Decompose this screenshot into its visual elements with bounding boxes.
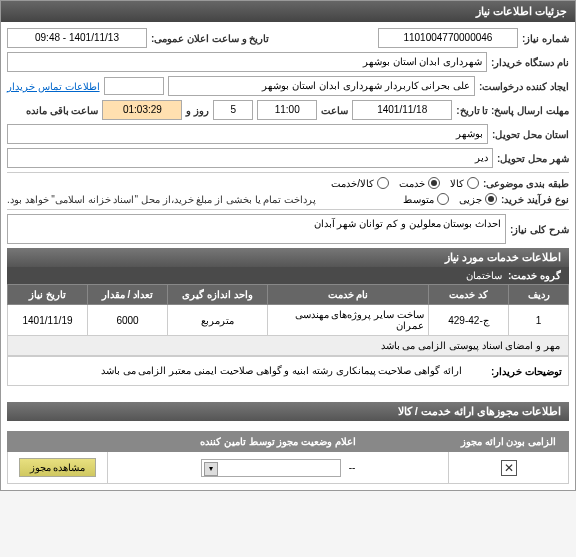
payment-note: پرداخت تمام یا بخشی از مبلغ خرید،از محل … [7, 194, 316, 205]
panel-header: جزئیات اطلاعات نیاز [1, 1, 575, 22]
th-mandatory: الزامی بودن ارائه مجوز [449, 432, 569, 452]
services-table: ردیف کد خدمت نام خدمت واحد اندازه گیری ت… [7, 284, 569, 356]
need-number-label: شماره نیاز: [522, 33, 569, 44]
deadline-label: مهلت ارسال پاسخ: تا تاریخ: [456, 105, 569, 116]
radio-medium[interactable]: متوسط [403, 193, 449, 205]
view-license-button[interactable]: مشاهده مجوز [19, 458, 97, 477]
need-desc-label: شرح کلی نیاز: [510, 224, 569, 235]
services-info-header: اطلاعات خدمات مورد نیاز [7, 248, 569, 267]
th-unit: واحد اندازه گیری [168, 285, 268, 305]
th-name: نام خدمت [268, 285, 429, 305]
province-field: بوشهر [7, 124, 488, 144]
days-count-field: 5 [213, 100, 253, 120]
checkbox-checked-icon [501, 460, 517, 476]
th-action [8, 432, 108, 452]
radio-goods[interactable]: کالا [450, 177, 479, 189]
cell-qty: 6000 [88, 305, 168, 336]
radio-label: کالا [450, 178, 464, 189]
group-value: ساختمان [466, 270, 502, 281]
license-row: -- ▾ مشاهده مجوز [8, 452, 569, 484]
table-desc: مهر و امضای اسناد پیوستی الزامی می باشد [8, 336, 569, 356]
status-select[interactable]: ▾ [201, 459, 341, 477]
contact-link[interactable]: اطلاعات تماس خریدار [7, 81, 100, 92]
empty-box [104, 77, 164, 95]
th-date: تاریخ نیاز [8, 285, 88, 305]
remain-time-field: 01:03:29 [102, 100, 182, 120]
license-table: الزامی بودن ارائه مجوز اعلام وضعیت مجوز … [7, 431, 569, 484]
requester-label: ایجاد کننده درخواست: [479, 81, 569, 92]
radio-label: خدمت [399, 178, 425, 189]
radio-label: جزیی [459, 194, 482, 205]
radio-icon [467, 177, 479, 189]
category-label: طبقه بندی موضوعی: [483, 178, 569, 189]
buyer-org-field: شهرداری ابدان استان بوشهر [7, 52, 487, 72]
public-datetime-field: 1401/11/13 - 09:48 [7, 28, 147, 48]
th-row: ردیف [509, 285, 569, 305]
buyer-notes-content: ارائه گواهی صلاحیت پیمانکاری رشته ابنیه … [8, 357, 468, 385]
radio-icon [437, 193, 449, 205]
type-radio-group: جزیی متوسط [403, 193, 497, 205]
group-label: گروه خدمت: [508, 270, 561, 281]
province-label: استان محل تحویل: [492, 129, 569, 140]
th-qty: تعداد / مقدار [88, 285, 168, 305]
city-label: شهر محل تحویل: [497, 153, 569, 164]
table-row: 1 ج-42-429 ساخت سایر پروژه‌های مهندسی عم… [8, 305, 569, 336]
city-field: دیر [7, 148, 493, 168]
status-value: -- [349, 462, 356, 473]
buyer-org-label: نام دستگاه خریدار: [491, 57, 569, 68]
th-code: کد خدمت [429, 285, 509, 305]
cell-date: 1401/11/19 [8, 305, 88, 336]
radio-service[interactable]: خدمت [399, 177, 440, 189]
deadline-date-field: 1401/11/18 [352, 100, 452, 120]
cell-action: مشاهده مجوز [8, 452, 108, 484]
need-number-field: 1101004770000046 [378, 28, 518, 48]
radio-icon [377, 177, 389, 189]
requester-field: علی بحرانی کاربردار شهرداری ابدان استان … [168, 76, 476, 96]
radio-partial[interactable]: جزیی [459, 193, 497, 205]
radio-icon [485, 193, 497, 205]
cell-name: ساخت سایر پروژه‌های مهندسی عمران [268, 305, 429, 336]
cell-row: 1 [509, 305, 569, 336]
type-label: نوع فرآیند خرید: [501, 194, 569, 205]
radio-label: متوسط [403, 194, 434, 205]
public-datetime-label: تاریخ و ساعت اعلان عمومی: [151, 33, 269, 44]
cell-unit: مترمربع [168, 305, 268, 336]
cell-status: -- ▾ [108, 452, 449, 484]
remain-label: ساعت باقی مانده [26, 105, 99, 116]
radio-label: کالا/خدمت [331, 178, 374, 189]
license-header: اطلاعات مجوزهای ارائه خدمت / کالا [7, 402, 569, 421]
category-radio-group: کالا خدمت کالا/خدمت [331, 177, 479, 189]
deadline-hour-field: 11:00 [257, 100, 317, 120]
radio-icon [428, 177, 440, 189]
cell-mandatory [449, 452, 569, 484]
need-desc-field: احداث بوستان معلولین و کم توانان شهر آبد… [7, 214, 506, 244]
cell-code: ج-42-429 [429, 305, 509, 336]
hour-label: ساعت [321, 105, 348, 116]
th-status: اعلام وضعیت مجوز توسط تامین کننده [108, 432, 449, 452]
buyer-notes-label: توضیحات خریدار: [468, 357, 568, 385]
chevron-down-icon: ▾ [204, 462, 218, 476]
days-label: روز و [186, 105, 209, 116]
radio-goods-service[interactable]: کالا/خدمت [331, 177, 389, 189]
